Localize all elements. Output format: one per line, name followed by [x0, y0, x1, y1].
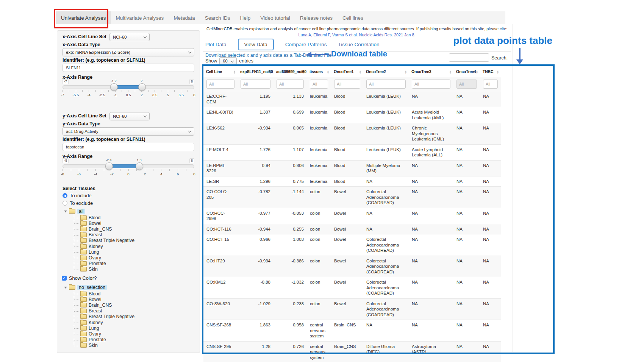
table-row-co-km12[interactable]: CO:KM12-0.88-1.032colonBowelColorectal A…	[203, 277, 501, 299]
table-row-co-hcc-2998[interactable]: CO:HCC-2998-0.977-0.853colonBowelNANANAN…	[203, 208, 501, 224]
tree-item-blood[interactable]: Blood	[74, 215, 197, 220]
radio-to-exclude[interactable]: To exclude	[63, 200, 93, 206]
nav-item-search-ids[interactable]: Search IDs	[200, 11, 235, 24]
folder-icon	[80, 261, 87, 266]
y-identifier-input[interactable]	[63, 143, 194, 151]
color-tissue-tree: no_selectionBloodBowelBrain_CNSBreastBre…	[64, 285, 197, 348]
tree-item-blood[interactable]: Blood	[74, 291, 197, 296]
column-header-oncotree4[interactable]: ▲▼OncoTree4	[453, 66, 480, 77]
table-cell: NA	[363, 176, 409, 187]
tree-item-brain_cns[interactable]: Brain_CNS	[74, 226, 197, 232]
table-row-co-hct-116[interactable]: CO:HCT-116-0.9440.255colonBowelNANANANA	[203, 224, 501, 234]
folder-icon	[80, 250, 87, 254]
tree-item-prostate[interactable]: Prostate	[74, 337, 197, 343]
table-cell: -0.966	[238, 234, 274, 256]
table-row-co-sw-620[interactable]: CO:SW-620-1.0290.238colonBowelColorectal…	[203, 298, 501, 320]
nav-item-release-notes[interactable]: Release notes	[295, 11, 338, 24]
y-cell-line-set-select[interactable]: NCI-60	[109, 112, 150, 120]
column-header-oncotree1[interactable]: ▲▼OncoTree1	[331, 66, 363, 77]
table-cell: NA	[480, 144, 501, 160]
nav-item-cell-lines[interactable]: Cell lines	[338, 11, 368, 24]
table-row-co-ht29[interactable]: CO:HT29-0.934-0.386colonBowelColorectal …	[203, 256, 501, 277]
tab-tissue-correlation[interactable]: Tissue Correlation	[338, 42, 379, 47]
tree-item-breast-triple-negative[interactable]: Breast Triple Negative	[74, 314, 197, 320]
table-row-le-hl-60-tb-[interactable]: LE:HL-60(TB)1.3070.699leukemiaBloodLeuke…	[203, 107, 501, 123]
column-header-act609699_nci60[interactable]: ▲▼act609699_nci60	[274, 66, 307, 77]
tree-item-kidney[interactable]: Kidney	[74, 243, 197, 249]
tab-view-data[interactable]: View Data	[238, 39, 274, 50]
y-slider-track[interactable]	[63, 164, 194, 168]
table-row-cns-sf-268[interactable]: CNS:SF-2681.8630.958central nervous syst…	[203, 320, 501, 342]
table-cell: NA	[453, 320, 480, 342]
column-header-cell line[interactable]: ▲▼Cell Line	[203, 66, 238, 77]
table-row-le-ccrf-cem[interactable]: LE:CCRF-CEM1.1951.133leukemiaBloodLeukem…	[203, 91, 501, 107]
search-input[interactable]	[449, 53, 489, 62]
entries-select[interactable]: 60	[219, 57, 237, 65]
nav-item-video-tutorial[interactable]: Video tutorial	[255, 11, 295, 24]
table-row-le-k-562[interactable]: LE:K-562-0.9340.065leukemiaBloodLeukemia…	[203, 123, 501, 145]
folder-icon	[80, 244, 87, 249]
filter-input-cell line[interactable]	[206, 80, 234, 89]
table-row-cns-sf-295[interactable]: CNS:SF-2951.280.726central nervous syste…	[203, 341, 501, 362]
table-row-le-rpmi-8226[interactable]: LE:RPMI-8226-0.94-0.806leukemiaBloodMult…	[203, 160, 501, 176]
x-data-type-select[interactable]: exp: mRNA Expression (Z-Score)	[63, 48, 194, 56]
tree-item-bowel[interactable]: Bowel	[74, 220, 197, 226]
tree-item-bowel[interactable]: Bowel	[74, 296, 197, 302]
tree-root-all[interactable]: all	[64, 209, 197, 214]
tree-connector	[74, 342, 78, 346]
x-handle-high-label: 2	[141, 79, 142, 83]
x-slider-track[interactable]	[63, 85, 194, 89]
table-cell: 1.307	[238, 107, 274, 123]
column-header-tnbc[interactable]: ▲▼TNBC	[480, 66, 501, 77]
filter-input-oncotree4[interactable]	[456, 80, 477, 89]
filter-cell	[480, 77, 501, 91]
radio-to-include[interactable]: To include	[63, 193, 92, 198]
tree-item-lung[interactable]: Lung	[74, 325, 197, 331]
x-identifier-input[interactable]	[63, 64, 194, 72]
y-identifier-label: Identifier: (e.g. topotecan or SLFN11)	[63, 137, 145, 142]
tree-item-skin[interactable]: Skin	[74, 267, 197, 272]
show-color-checkbox[interactable]: Show Color?	[62, 275, 97, 281]
table-cell: Colorectal Adenocarcinoma (COADREAD)	[363, 277, 409, 299]
filter-input-oncotree3[interactable]	[412, 80, 450, 89]
table-row-co-hct-15[interactable]: CO:HCT-15-0.966-1.003colonBowelColorecta…	[203, 234, 501, 256]
table-cell: Brain_CNS	[331, 320, 363, 342]
tree-item-skin[interactable]: Skin	[74, 343, 197, 348]
table-cell: NA	[453, 107, 480, 123]
x-cell-line-set-select[interactable]: NCI-60	[109, 33, 150, 41]
column-header-expslfn11_nci60[interactable]: ▲▼expSLFN11_nci60	[238, 66, 274, 77]
column-header-oncotree3[interactable]: ▲▼OncoTree3	[409, 66, 453, 77]
table-cell: colon	[307, 256, 331, 277]
table-cell: 0.775	[274, 176, 307, 187]
filter-input-tissues[interactable]	[310, 80, 328, 89]
filter-input-act609699_nci60[interactable]	[277, 80, 304, 89]
tab-plot-data[interactable]: Plot Data	[205, 42, 227, 47]
tab-compare-patterns[interactable]: Compare Patterns	[285, 42, 327, 47]
table-row-co-colo-205[interactable]: CO:COLO 205-0.782-1.144colonBowelColorec…	[203, 187, 501, 208]
tree-item-breast-triple-negative[interactable]: Breast Triple Negative	[74, 238, 197, 243]
filter-input-tnbc[interactable]	[483, 80, 498, 89]
filter-input-expslfn11_nci60[interactable]	[241, 80, 270, 89]
table-row-le-sr[interactable]: LE:SR1.2960.775leukemiaBloodNANANANA	[203, 176, 501, 187]
tree-item-prostate[interactable]: Prostate	[74, 261, 197, 267]
tree-item-ovary[interactable]: Ovary	[74, 331, 197, 337]
filter-input-oncotree1[interactable]	[334, 80, 360, 89]
y-data-type-select[interactable]: act: Drug Activity	[63, 127, 194, 136]
tick-label: -4	[94, 172, 97, 176]
tree-item-ovary[interactable]: Ovary	[74, 255, 197, 261]
tree-item-lung[interactable]: Lung	[74, 249, 197, 255]
column-header-oncotree2[interactable]: ▲▼OncoTree2	[363, 66, 409, 77]
table-cell: NA	[453, 224, 480, 234]
filter-input-oncotree2[interactable]	[366, 80, 406, 89]
column-header-tissues[interactable]: ▲▼tissues	[307, 66, 331, 77]
tree-item-breast[interactable]: Breast	[74, 308, 197, 314]
nav-item-metadata[interactable]: Metadata	[169, 11, 200, 24]
nav-item-multivariate-analyses[interactable]: Multivariate Analyses	[111, 11, 169, 24]
tree-item-brain_cns[interactable]: Brain_CNS	[74, 302, 197, 308]
tree-item-kidney[interactable]: Kidney	[74, 320, 197, 325]
table-row-le-molt-4[interactable]: LE:MOLT-41.7261.107leukemiaBloodLeukemia…	[203, 144, 501, 160]
tree-item-breast[interactable]: Breast	[74, 232, 197, 238]
tree-root-no_selection[interactable]: no_selection	[64, 285, 197, 290]
nav-item-help[interactable]: Help	[235, 11, 255, 24]
nav-item-univariate-analyses[interactable]: Univariate Analyses	[56, 11, 111, 24]
